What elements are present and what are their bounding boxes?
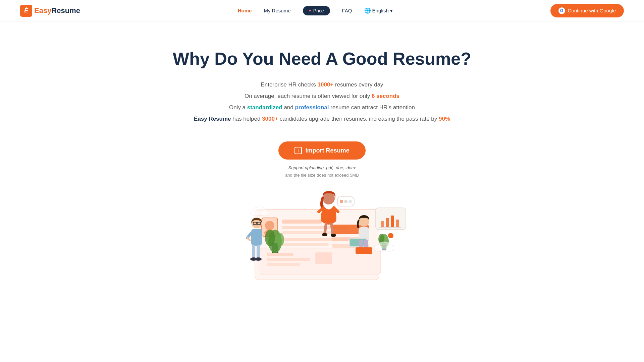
svg-rect-3 bbox=[282, 231, 339, 234]
svg-point-29 bbox=[255, 257, 262, 261]
svg-point-33 bbox=[276, 233, 284, 246]
logo-text: EasyResume bbox=[34, 6, 80, 15]
svg-point-66 bbox=[251, 210, 260, 216]
navbar: È EasyResume Home My Resume ♥ Price FAQ … bbox=[0, 0, 644, 21]
svg-rect-18 bbox=[315, 252, 332, 264]
heart-icon: ♥ bbox=[309, 8, 311, 13]
hero-subtitle: Enterprise HR checks 1000+ resumes every… bbox=[194, 79, 450, 125]
svg-rect-27 bbox=[257, 245, 260, 258]
svg-point-50 bbox=[388, 233, 393, 238]
nav-faq[interactable]: FAQ bbox=[342, 8, 352, 13]
svg-rect-37 bbox=[350, 239, 366, 246]
support-text: Support uploading .pdf, .doc, .docx and … bbox=[285, 164, 359, 179]
google-btn-label: Continue with Google bbox=[568, 8, 616, 13]
svg-rect-26 bbox=[252, 245, 255, 258]
svg-rect-17 bbox=[267, 263, 300, 266]
support-line-1: Support uploading .pdf, .doc, .docx bbox=[285, 164, 359, 172]
svg-rect-16 bbox=[267, 258, 310, 261]
svg-point-63 bbox=[374, 245, 384, 251]
chevron-down-icon: ▾ bbox=[390, 8, 393, 14]
svg-rect-47 bbox=[391, 216, 394, 227]
svg-rect-23 bbox=[251, 229, 262, 246]
svg-point-11 bbox=[265, 221, 274, 230]
nav-home[interactable]: Home bbox=[238, 8, 252, 13]
logo[interactable]: È EasyResume bbox=[20, 5, 80, 17]
svg-rect-48 bbox=[396, 220, 399, 227]
hero-line-1: Enterprise HR checks 1000+ resumes every… bbox=[194, 79, 450, 90]
logo-easy: Easy bbox=[34, 6, 51, 15]
hero-illustration bbox=[228, 189, 416, 283]
svg-point-57 bbox=[331, 234, 336, 237]
hero-line-3: Only a standardized and professional res… bbox=[194, 102, 450, 113]
price-label: Price bbox=[313, 8, 324, 13]
import-resume-button[interactable]: Import Resume bbox=[278, 141, 365, 160]
nav-links: Home My Resume ♥ Price FAQ 🌐 English ▾ bbox=[238, 6, 393, 15]
svg-line-25 bbox=[248, 238, 250, 240]
svg-rect-5 bbox=[282, 243, 329, 246]
svg-line-54 bbox=[325, 224, 326, 234]
svg-rect-45 bbox=[381, 221, 384, 227]
nav-price-button[interactable]: ♥ Price bbox=[303, 6, 330, 15]
svg-point-67 bbox=[260, 210, 269, 216]
svg-rect-15 bbox=[267, 253, 293, 256]
import-btn-label: Import Resume bbox=[305, 147, 349, 154]
hero-title: Why Do You Need A Good Resume? bbox=[173, 48, 471, 69]
continue-with-google-button[interactable]: G Continue with Google bbox=[550, 4, 624, 17]
svg-rect-46 bbox=[386, 218, 389, 227]
lang-icon: 🌐 bbox=[364, 7, 371, 14]
nav-my-resume[interactable]: My Resume bbox=[264, 8, 290, 13]
svg-rect-40 bbox=[356, 247, 372, 254]
hero-line-2: On average, each resume is often viewed … bbox=[194, 90, 450, 102]
svg-line-55 bbox=[331, 224, 333, 234]
svg-point-51 bbox=[323, 192, 335, 204]
svg-point-56 bbox=[322, 233, 327, 236]
svg-point-59 bbox=[340, 200, 343, 203]
svg-rect-1 bbox=[282, 220, 322, 224]
hero-line-4: Èasy Resume has helped 3000+ candidates … bbox=[194, 113, 450, 125]
support-line-2: and the file size does not exceed 5MB bbox=[285, 172, 359, 179]
upload-icon bbox=[294, 147, 302, 154]
google-icon: G bbox=[558, 7, 565, 14]
svg-point-32 bbox=[265, 230, 275, 246]
hero-section: Why Do You Need A Good Resume? Enterpris… bbox=[0, 21, 644, 297]
svg-point-60 bbox=[344, 200, 347, 203]
logo-resume: Resume bbox=[51, 6, 80, 15]
lang-label: English bbox=[372, 8, 389, 13]
language-selector[interactable]: 🌐 English ▾ bbox=[364, 7, 393, 14]
svg-point-61 bbox=[348, 200, 352, 203]
logo-icon: È bbox=[20, 5, 32, 17]
svg-point-64 bbox=[384, 245, 394, 251]
